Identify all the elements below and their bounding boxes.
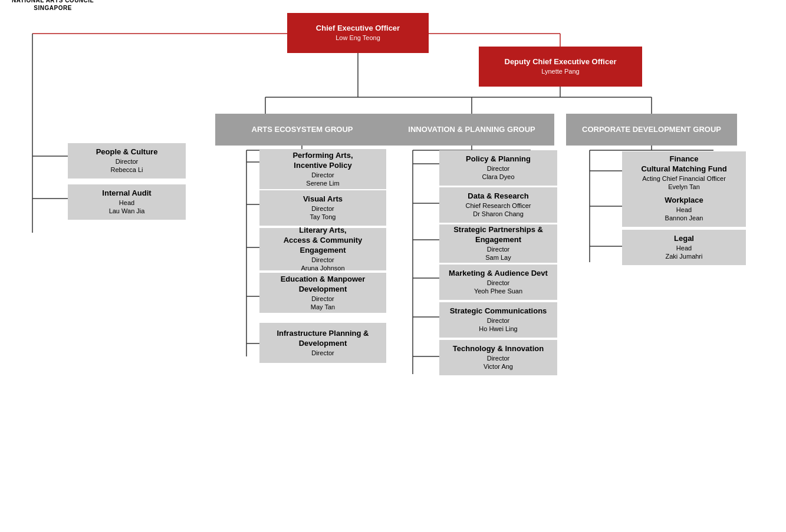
corporate-group-box: CORPORATE DEVELOPMENT GROUP xyxy=(566,114,737,146)
workplace-box: Workplace Head Bannon Jean xyxy=(622,191,746,227)
dceo-title: Deputy Chief Executive Officer xyxy=(505,57,617,67)
ceo-box: Chief Executive Officer Low Eng Teong xyxy=(287,13,429,53)
va-name: Tay Tong xyxy=(310,213,336,221)
pc-title: People & Culture xyxy=(96,147,158,157)
pa-role: Director xyxy=(311,171,334,179)
footer-logo: NATIONAL ARTS COUNCIL SINGAPORE xyxy=(12,0,94,12)
edu-role: Director xyxy=(311,295,334,303)
literary-arts-box: Literary Arts,Access & CommunityEngageme… xyxy=(259,228,386,270)
dr-name: Dr Sharon Chang xyxy=(473,210,524,218)
ti-name: Victor Ang xyxy=(484,362,513,371)
pa-name: Serene Lim xyxy=(306,179,339,187)
org-chart: Chief Executive Officer Low Eng Teong De… xyxy=(0,0,786,24)
infra-role: Director xyxy=(311,349,334,357)
marketing-box: Marketing & Audience Devt Director Yeoh … xyxy=(439,265,557,300)
performing-arts-box: Performing Arts,Incentive Policy Directo… xyxy=(259,149,386,189)
education-box: Education & ManpowerDevelopment Director… xyxy=(259,273,386,313)
sp-name: Sam Lay xyxy=(485,253,511,262)
dceo-name: Lynette Pang xyxy=(541,67,579,75)
people-culture-box: People & Culture Director Rebecca Li xyxy=(68,143,186,179)
mkt-role: Director xyxy=(487,279,510,287)
internal-audit-box: Internal Audit Head Lau Wan Jia xyxy=(68,184,186,220)
pa-title: Performing Arts,Incentive Policy xyxy=(292,151,353,171)
arts-group-box: ARTS ECOSYSTEM GROUP xyxy=(215,114,389,146)
la-title: Literary Arts,Access & CommunityEngageme… xyxy=(284,226,363,256)
corp-group-title: CORPORATE DEVELOPMENT GROUP xyxy=(582,125,721,135)
wp-role: Head xyxy=(676,206,692,214)
leg-role: Head xyxy=(676,244,692,252)
la-role: Director xyxy=(311,256,334,264)
nac-logo-text: NATIONAL ARTS COUNCIL SINGAPORE xyxy=(12,0,94,12)
pp-title: Policy & Planning xyxy=(466,154,531,164)
infra-title: Infrastructure Planning &Development xyxy=(277,329,369,349)
pp-name: Clara Dyeo xyxy=(482,173,514,181)
finance-box: FinanceCultural Matching Fund Acting Chi… xyxy=(622,151,746,194)
sp-title: Strategic Partnerships &Engagement xyxy=(453,225,543,245)
edu-name: May Tan xyxy=(311,303,335,311)
fin-name: Evelyn Tan xyxy=(668,183,700,191)
mkt-name: Yeoh Phee Suan xyxy=(474,287,522,295)
sc-role: Director xyxy=(487,316,510,325)
ti-role: Director xyxy=(487,354,510,362)
arts-group-title: ARTS ECOSYSTEM GROUP xyxy=(252,125,353,135)
ia-name: Lau Wan Jia xyxy=(109,207,145,215)
pc-name: Rebecca Li xyxy=(110,166,143,174)
fin-role: Acting Chief Financial Officer xyxy=(642,174,726,183)
innovation-group-box: INNOVATION & PLANNING GROUP xyxy=(389,114,554,146)
sp-role: Director xyxy=(487,245,510,253)
va-title: Visual Arts xyxy=(303,194,343,204)
edu-title: Education & ManpowerDevelopment xyxy=(281,275,366,295)
ceo-title: Chief Executive Officer xyxy=(316,24,400,34)
leg-name: Zaki Jumahri xyxy=(666,252,703,260)
leg-title: Legal xyxy=(674,234,694,244)
infrastructure-box: Infrastructure Planning &Development Dir… xyxy=(259,323,386,363)
policy-planning-box: Policy & Planning Director Clara Dyeo xyxy=(439,150,557,186)
ia-role: Head xyxy=(119,199,134,207)
data-research-box: Data & Research Chief Research Officer D… xyxy=(439,187,557,223)
sc-title: Strategic Communications xyxy=(450,306,547,316)
strategic-partnerships-box: Strategic Partnerships &Engagement Direc… xyxy=(439,224,557,263)
la-name: Aruna Johnson xyxy=(301,264,345,272)
pc-role: Director xyxy=(116,157,139,166)
dr-role: Chief Research Officer xyxy=(465,201,531,210)
strategic-comms-box: Strategic Communications Director Ho Hwe… xyxy=(439,302,557,338)
wp-title: Workplace xyxy=(665,196,703,206)
dr-title: Data & Research xyxy=(468,191,528,201)
tech-innovation-box: Technology & Innovation Director Victor … xyxy=(439,340,557,375)
ceo-name: Low Eng Teong xyxy=(336,34,380,42)
mkt-title: Marketing & Audience Devt xyxy=(449,269,548,279)
va-role: Director xyxy=(311,204,334,213)
wp-name: Bannon Jean xyxy=(665,214,703,222)
legal-box: Legal Head Zaki Jumahri xyxy=(622,230,746,265)
fin-title: FinanceCultural Matching Fund xyxy=(641,154,726,174)
innovation-group-title: INNOVATION & PLANNING GROUP xyxy=(408,125,535,135)
ia-title: Internal Audit xyxy=(102,189,151,199)
sc-name: Ho Hwei Ling xyxy=(479,325,517,333)
dceo-box: Deputy Chief Executive Officer Lynette P… xyxy=(479,47,642,87)
ti-title: Technology & Innovation xyxy=(453,344,544,354)
visual-arts-box: Visual Arts Director Tay Tong xyxy=(259,190,386,226)
pp-role: Director xyxy=(487,164,510,173)
